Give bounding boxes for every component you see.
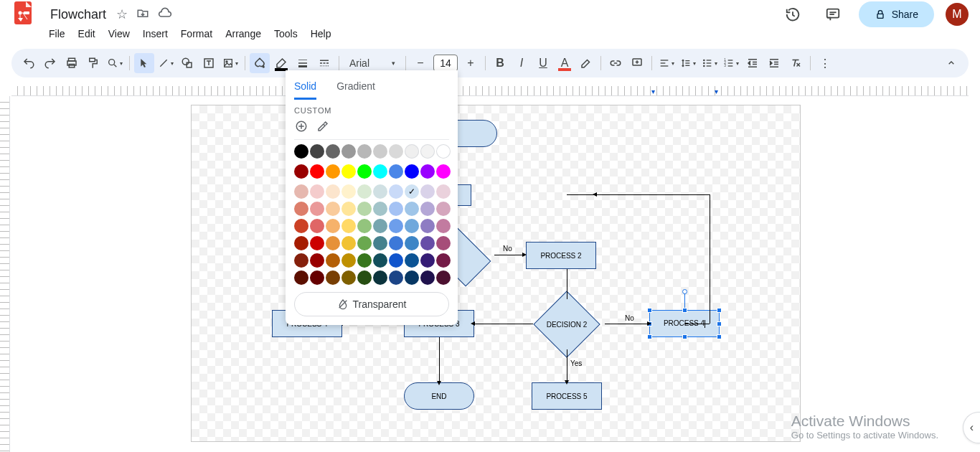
color-swatch[interactable] xyxy=(389,219,403,233)
color-swatch[interactable] xyxy=(436,219,451,233)
color-swatch[interactable] xyxy=(373,219,387,233)
cloud-status-icon[interactable] xyxy=(158,6,172,24)
color-swatch[interactable] xyxy=(294,164,308,179)
color-swatch[interactable] xyxy=(326,236,340,250)
color-swatch[interactable] xyxy=(389,184,403,199)
fill-color-button[interactable] xyxy=(250,53,270,73)
document-title[interactable]: Flowchart xyxy=(46,6,110,24)
color-swatch[interactable] xyxy=(294,202,308,216)
menu-edit[interactable]: Edit xyxy=(72,25,101,42)
color-swatch[interactable] xyxy=(405,236,419,250)
color-swatch[interactable] xyxy=(420,164,435,179)
color-swatch[interactable] xyxy=(405,144,419,159)
color-swatch[interactable] xyxy=(310,253,324,268)
color-swatch[interactable] xyxy=(436,202,451,216)
star-icon[interactable]: ☆ xyxy=(116,6,128,22)
shape-process5[interactable]: PROCESS 5 xyxy=(532,382,602,410)
menu-insert[interactable]: Insert xyxy=(137,25,174,42)
color-swatch[interactable] xyxy=(341,219,356,233)
color-swatch[interactable] xyxy=(405,202,419,216)
color-swatch[interactable] xyxy=(341,184,356,199)
color-swatch[interactable] xyxy=(389,236,403,250)
bold-button[interactable]: B xyxy=(490,53,510,73)
color-swatch[interactable] xyxy=(373,270,387,285)
color-swatch[interactable] xyxy=(373,184,387,199)
connector[interactable] xyxy=(494,255,523,255)
drawing-page[interactable]: PROCESS 2 DECISION 2 PROCESS 3 PROCESS 4… xyxy=(191,105,801,442)
insert-link-button[interactable] xyxy=(606,53,626,73)
color-swatch[interactable] xyxy=(294,270,308,285)
history-icon[interactable] xyxy=(778,0,807,29)
color-swatch[interactable] xyxy=(436,164,451,179)
font-family-select[interactable]: Arial▾ xyxy=(344,57,401,69)
paint-format-button[interactable] xyxy=(83,53,103,73)
color-swatch[interactable] xyxy=(357,219,372,233)
connector[interactable] xyxy=(605,324,648,324)
resize-handle-ne[interactable] xyxy=(717,308,722,313)
tab-gradient[interactable]: Gradient xyxy=(336,80,375,100)
color-swatch[interactable] xyxy=(310,184,324,199)
image-tool[interactable] xyxy=(220,53,240,73)
color-swatch[interactable] xyxy=(420,144,435,159)
color-swatch[interactable] xyxy=(326,184,340,199)
color-swatch[interactable] xyxy=(294,144,308,159)
resize-handle-nw[interactable] xyxy=(647,308,652,313)
resize-handle-n[interactable] xyxy=(682,308,687,313)
color-swatch[interactable] xyxy=(326,164,340,179)
clear-format-button[interactable] xyxy=(786,53,806,73)
color-swatch[interactable] xyxy=(310,202,324,216)
zoom-button[interactable] xyxy=(105,53,125,73)
connector[interactable] xyxy=(596,194,597,195)
menu-file[interactable]: File xyxy=(43,25,71,42)
indent-decrease-button[interactable] xyxy=(743,53,763,73)
color-swatch[interactable] xyxy=(294,184,308,199)
collapse-toolbar-button[interactable] xyxy=(941,53,961,73)
color-swatch[interactable] xyxy=(389,202,403,216)
color-swatch[interactable] xyxy=(420,184,435,199)
connector[interactable] xyxy=(567,349,567,381)
transparent-button[interactable]: Transparent xyxy=(294,292,449,316)
color-swatch[interactable] xyxy=(341,144,356,159)
account-avatar[interactable]: M xyxy=(946,3,969,26)
canvas-area[interactable]: PROCESS 2 DECISION 2 PROCESS 3 PROCESS 4… xyxy=(10,96,980,452)
color-swatch[interactable] xyxy=(420,219,435,233)
color-swatch[interactable] xyxy=(310,144,324,159)
connector[interactable] xyxy=(439,337,440,382)
align-button[interactable] xyxy=(656,53,677,73)
color-swatch[interactable] xyxy=(294,219,308,233)
color-swatch[interactable] xyxy=(357,202,372,216)
color-swatch[interactable] xyxy=(294,236,308,250)
color-swatch[interactable] xyxy=(357,236,372,250)
color-swatch[interactable] xyxy=(373,164,387,179)
color-swatch[interactable] xyxy=(373,236,387,250)
color-swatch[interactable] xyxy=(326,144,340,159)
color-swatch[interactable] xyxy=(341,253,356,268)
connector[interactable] xyxy=(567,269,567,299)
font-size-input[interactable] xyxy=(433,55,458,72)
color-swatch[interactable] xyxy=(420,236,435,250)
text-color-button[interactable]: A xyxy=(555,53,575,73)
shape-process2[interactable]: PROCESS 2 xyxy=(526,242,596,269)
color-swatch[interactable] xyxy=(326,270,340,285)
color-swatch[interactable] xyxy=(341,270,356,285)
color-swatch[interactable] xyxy=(389,253,403,268)
resize-handle-se[interactable] xyxy=(717,334,722,339)
ruler-marker-right[interactable]: ▾ xyxy=(715,88,718,95)
color-swatch[interactable] xyxy=(310,270,324,285)
redo-button[interactable] xyxy=(40,53,60,73)
more-options-button[interactable]: ⋮ xyxy=(815,53,835,73)
color-swatch[interactable] xyxy=(389,270,403,285)
tab-solid[interactable]: Solid xyxy=(294,80,316,100)
color-swatch[interactable] xyxy=(405,253,419,268)
menu-tools[interactable]: Tools xyxy=(268,25,303,42)
color-swatch[interactable] xyxy=(373,202,387,216)
shape-end[interactable]: END xyxy=(404,382,474,410)
eyedropper-icon[interactable] xyxy=(316,119,330,133)
textbox-tool[interactable] xyxy=(199,53,219,73)
color-swatch[interactable] xyxy=(420,202,435,216)
color-swatch[interactable] xyxy=(436,184,451,199)
color-swatch[interactable] xyxy=(294,253,308,268)
color-swatch[interactable] xyxy=(341,202,356,216)
menu-format[interactable]: Format xyxy=(175,25,218,42)
undo-button[interactable] xyxy=(19,53,39,73)
